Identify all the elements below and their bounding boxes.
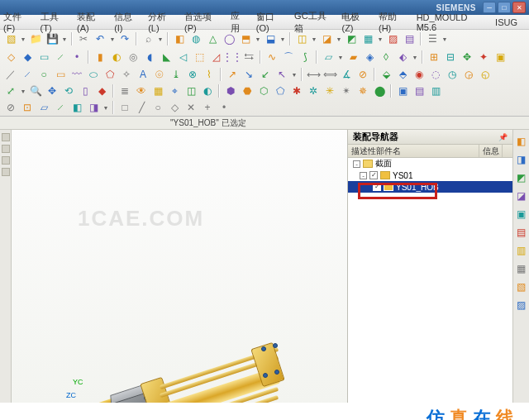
- studio-icon[interactable]: ✧: [119, 67, 134, 82]
- an2-icon[interactable]: ⬘: [395, 67, 410, 82]
- column-info[interactable]: 信息: [479, 145, 503, 157]
- rail-btn-1[interactable]: ◧: [515, 135, 528, 148]
- an7-icon[interactable]: ◵: [478, 67, 493, 82]
- an6-icon[interactable]: ◶: [461, 67, 476, 82]
- feat1-icon[interactable]: ⬢: [223, 84, 238, 98]
- view-front-icon[interactable]: ▯: [78, 84, 93, 98]
- command-finder-icon[interactable]: ⌕: [141, 31, 155, 46]
- snap-end-icon[interactable]: □: [117, 100, 132, 115]
- surf1-icon[interactable]: ▱: [321, 50, 336, 64]
- axis-icon[interactable]: ⟋: [53, 50, 68, 64]
- pin-icon[interactable]: 📌: [498, 133, 508, 141]
- mo1-icon[interactable]: ▣: [395, 84, 410, 98]
- misc-icon[interactable]: ☰: [425, 31, 440, 46]
- subtract-icon[interactable]: ⬓: [263, 31, 278, 46]
- column-partname[interactable]: 描述性部件名: [348, 145, 479, 157]
- feat8-icon[interactable]: ✴: [339, 84, 354, 98]
- menu-gctoolbox[interactable]: GC工具箱: [294, 10, 333, 35]
- sketch-icon[interactable]: ◇: [3, 50, 18, 64]
- menu-assembly[interactable]: 装配(A): [77, 11, 106, 33]
- rail-btn-9[interactable]: ▧: [515, 280, 528, 294]
- edit2-icon[interactable]: ↘: [241, 67, 256, 82]
- feat5-icon[interactable]: ✱: [289, 84, 304, 98]
- visible-icon[interactable]: 👁: [134, 84, 149, 98]
- render-diamond-icon[interactable]: ◆: [94, 84, 109, 98]
- rail-btn-4[interactable]: ◪: [515, 189, 528, 203]
- curve2-icon[interactable]: ⌒: [281, 50, 296, 64]
- sel-noselect-icon[interactable]: ⊘: [3, 100, 18, 115]
- maximize-button[interactable]: □: [498, 2, 511, 13]
- redo-icon[interactable]: ↷: [117, 31, 132, 46]
- dropdown-icon[interactable]: ▼: [20, 88, 26, 94]
- feat4-icon[interactable]: ⬠: [273, 84, 288, 98]
- sel-body-icon[interactable]: ◧: [69, 100, 84, 115]
- resource-tab-4[interactable]: [2, 168, 10, 176]
- view-zoom-icon[interactable]: 🔍: [28, 84, 43, 98]
- view-pan-icon[interactable]: ✥: [45, 84, 60, 98]
- blend-icon[interactable]: ◖: [142, 50, 157, 64]
- feat7-icon[interactable]: ✳: [322, 84, 337, 98]
- sphere-icon[interactable]: ◯: [222, 31, 236, 46]
- feat3-icon[interactable]: ⬡: [256, 84, 271, 98]
- intersect-icon[interactable]: ⊗: [185, 67, 200, 82]
- snap-point-icon[interactable]: •: [217, 100, 231, 115]
- close-button[interactable]: ✕: [512, 2, 526, 13]
- mirror-icon[interactable]: ⮀: [241, 50, 256, 64]
- dropdown-icon[interactable]: ▼: [412, 55, 418, 60]
- pattern-icon[interactable]: ⋮⋮: [225, 50, 240, 64]
- menu-hdmould[interactable]: HD_MOULD M5.6: [417, 12, 487, 32]
- tree-node-part-selected[interactable]: ✓ YS01_HOB: [348, 181, 512, 193]
- asm-constraint-icon[interactable]: ⊟: [443, 50, 458, 64]
- sel-entity-icon[interactable]: ⊡: [20, 100, 35, 115]
- asm3-icon[interactable]: ◩: [344, 31, 359, 46]
- view-rotate-icon[interactable]: ⟲: [61, 84, 76, 98]
- dropdown-icon[interactable]: ▼: [377, 36, 384, 42]
- menu-info[interactable]: 信息(I): [114, 11, 140, 33]
- undo-icon[interactable]: ↶: [93, 31, 107, 46]
- tree-node-sections[interactable]: - 截面: [348, 158, 512, 169]
- wcs-icon[interactable]: ⌖: [167, 84, 182, 98]
- hole-icon[interactable]: ◎: [126, 50, 141, 64]
- circle-icon[interactable]: ○: [36, 67, 51, 82]
- view-fit-icon[interactable]: ⤢: [3, 84, 18, 98]
- dim1-icon[interactable]: ⟷: [306, 67, 321, 82]
- dim3-icon[interactable]: ∡: [339, 67, 354, 82]
- point-icon[interactable]: •: [69, 50, 84, 64]
- unite-icon[interactable]: ⬒: [238, 31, 253, 46]
- box-icon[interactable]: ◧: [172, 31, 187, 46]
- clip-icon[interactable]: ◫: [183, 84, 198, 98]
- dropdown-icon[interactable]: ▼: [61, 36, 68, 42]
- bridge-icon[interactable]: ⌇: [202, 67, 217, 82]
- cone-icon[interactable]: △: [205, 31, 220, 46]
- snap-center-icon[interactable]: ○: [150, 100, 165, 115]
- menu-help[interactable]: 帮助(H): [379, 11, 408, 33]
- feat9-icon[interactable]: ✵: [355, 84, 370, 98]
- dropdown-icon[interactable]: ▼: [279, 36, 286, 42]
- rail-btn-8[interactable]: ▦: [515, 262, 528, 275]
- asm5-icon[interactable]: ▨: [385, 31, 400, 46]
- render-orange-icon[interactable]: ⬤: [372, 84, 387, 98]
- curve3-icon[interactable]: ⟆: [298, 50, 312, 64]
- menu-analysis[interactable]: 分析(L): [148, 11, 176, 33]
- asm6-icon[interactable]: ▤: [402, 31, 417, 46]
- dropdown-icon[interactable]: ▼: [255, 36, 261, 42]
- checkbox-icon[interactable]: ✓: [369, 171, 378, 179]
- menu-window[interactable]: 窗口(O): [256, 11, 286, 33]
- dropdown-icon[interactable]: ▼: [109, 36, 116, 42]
- mo3-icon[interactable]: ▥: [428, 84, 443, 98]
- sel-face-icon[interactable]: ▱: [36, 100, 51, 115]
- surf5-icon[interactable]: ⬖: [395, 50, 410, 64]
- offset-icon[interactable]: ⦾: [152, 67, 167, 82]
- graphics-viewport[interactable]: 1CAE.COM YC ZC XC: [12, 130, 347, 403]
- tree-collapse-icon[interactable]: -: [353, 160, 360, 168]
- menu-isug[interactable]: ISUG: [495, 17, 517, 27]
- rail-btn-2[interactable]: ◨: [515, 153, 528, 166]
- dropdown-icon[interactable]: ▼: [311, 36, 317, 42]
- menu-preferences[interactable]: 首选项(P): [184, 11, 222, 33]
- datum-icon[interactable]: ◆: [20, 50, 35, 64]
- dropdown-icon[interactable]: ▼: [102, 105, 109, 111]
- surf4-icon[interactable]: ◊: [379, 50, 393, 64]
- menu-file[interactable]: 文件(F): [3, 11, 32, 33]
- navigator-tree[interactable]: - 截面 - ✓ YS01 ✓ YS01_HOB: [348, 158, 512, 403]
- snap-intersect-icon[interactable]: ✕: [183, 100, 198, 115]
